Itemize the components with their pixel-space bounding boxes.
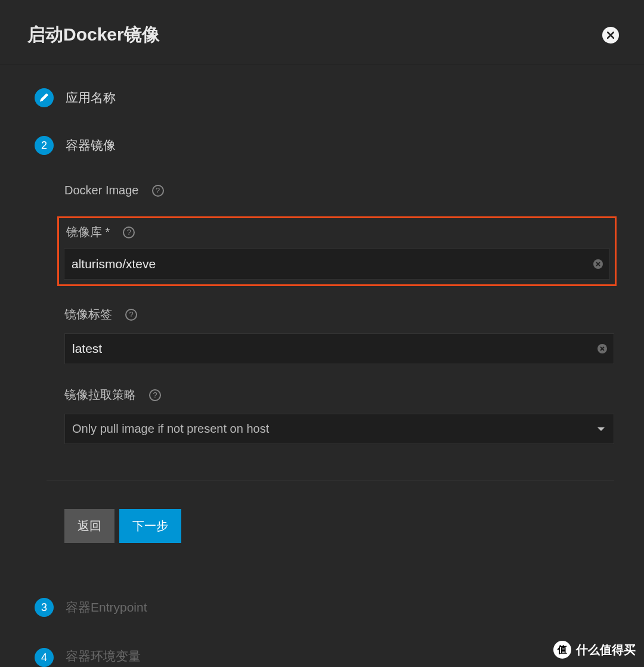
step-3-badge: 3 xyxy=(35,598,54,617)
clear-repository-button[interactable] xyxy=(593,259,603,269)
step-2-label: 容器镜像 xyxy=(66,137,116,154)
repository-label-row: 镜像库 * ? xyxy=(64,224,610,240)
help-icon[interactable]: ? xyxy=(152,185,164,197)
watermark: 值 什么值得买 xyxy=(553,641,636,659)
repository-highlight: 镜像库 * ? xyxy=(57,216,617,286)
pull-policy-label: 镜像拉取策略 xyxy=(64,387,136,403)
step-1-icon xyxy=(35,88,54,107)
close-icon xyxy=(600,346,605,351)
docker-image-header: Docker Image ? xyxy=(64,184,614,197)
pull-policy-label-row: 镜像拉取策略 ? xyxy=(64,387,614,403)
step-4-badge: 4 xyxy=(35,648,54,667)
pencil-icon xyxy=(39,93,49,103)
tag-input-wrapper xyxy=(64,333,614,364)
tag-label-row: 镜像标签 ? xyxy=(64,306,614,322)
step-3-label: 容器Entrypoint xyxy=(66,599,147,616)
help-icon[interactable]: ? xyxy=(149,389,161,401)
clear-tag-button[interactable] xyxy=(597,344,607,353)
chevron-down-icon xyxy=(597,427,605,431)
help-icon[interactable]: ? xyxy=(125,309,137,321)
launch-docker-dialog: 启动Docker镜像 应用名称 2 容器镜像 Docker Image ? 镜像… xyxy=(0,0,644,667)
watermark-text: 什么值得买 xyxy=(576,642,636,658)
watermark-badge: 值 xyxy=(553,641,571,659)
pull-policy-select: Only pull image if not present on host xyxy=(64,414,614,444)
step-4-env-vars[interactable]: 4 容器环境变量 xyxy=(35,646,621,667)
step-2-content: Docker Image ? 镜像库 * ? 镜像标签 ? xyxy=(35,184,621,543)
next-button[interactable]: 下一步 xyxy=(119,509,181,543)
step-2-badge: 2 xyxy=(35,136,54,155)
help-icon[interactable]: ? xyxy=(123,227,135,238)
step-4-label: 容器环境变量 xyxy=(66,648,141,665)
dialog-title: 启动Docker镜像 xyxy=(27,23,160,47)
dialog-header: 启动Docker镜像 xyxy=(0,0,644,64)
close-icon xyxy=(596,262,600,266)
step-1-label: 应用名称 xyxy=(66,89,116,106)
step-3-entrypoint[interactable]: 3 容器Entrypoint xyxy=(35,598,621,617)
tag-input[interactable] xyxy=(64,333,614,364)
button-row: 返回 下一步 xyxy=(64,509,614,543)
close-icon xyxy=(607,32,614,39)
repository-input-wrapper xyxy=(64,249,610,280)
dialog-body: 应用名称 2 容器镜像 Docker Image ? 镜像库 * ? xyxy=(0,64,644,667)
step-1-app-name[interactable]: 应用名称 xyxy=(35,88,621,107)
pull-policy-select-wrapper[interactable]: Only pull image if not present on host xyxy=(64,414,614,444)
docker-image-label: Docker Image xyxy=(64,184,139,197)
back-button[interactable]: 返回 xyxy=(64,509,114,543)
repository-label: 镜像库 * xyxy=(66,224,110,240)
repository-input[interactable] xyxy=(64,249,610,280)
step-2-container-image: 2 容器镜像 xyxy=(35,136,621,155)
tag-label: 镜像标签 xyxy=(64,306,112,322)
close-button[interactable] xyxy=(602,27,619,44)
section-divider xyxy=(47,480,614,480)
